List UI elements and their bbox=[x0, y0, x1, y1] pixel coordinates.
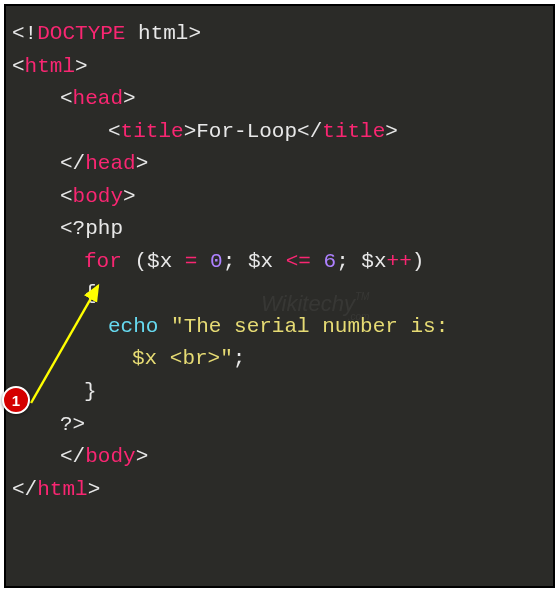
code-line: for ($x = 0; $x <= 6; $x++) bbox=[12, 246, 547, 279]
bracket: < bbox=[108, 120, 121, 143]
badge-number: 1 bbox=[12, 392, 20, 409]
bracket: </ bbox=[12, 478, 37, 501]
bracket: > bbox=[385, 120, 398, 143]
string: "The serial number is: bbox=[158, 315, 448, 338]
paren: ( bbox=[134, 250, 147, 273]
semicolon: ; bbox=[223, 250, 248, 273]
bracket: > bbox=[136, 152, 149, 175]
bracket: </ bbox=[297, 120, 322, 143]
space bbox=[122, 250, 135, 273]
paren: ) bbox=[412, 250, 425, 273]
code-line: <body> bbox=[12, 181, 547, 214]
operator: = bbox=[172, 250, 210, 273]
bracket: > bbox=[75, 55, 88, 78]
variable: $x bbox=[248, 250, 273, 273]
variable: $x bbox=[147, 250, 172, 273]
php-close: ?> bbox=[60, 413, 85, 436]
title-text: For-Loop bbox=[196, 120, 297, 143]
semicolon: ; bbox=[336, 250, 361, 273]
operator: <= bbox=[273, 250, 323, 273]
head-tag: head bbox=[73, 87, 123, 110]
code-line: { bbox=[12, 278, 547, 311]
code-line: ?> bbox=[12, 409, 547, 442]
html-close-tag: html bbox=[37, 478, 87, 501]
bracket: </ bbox=[60, 445, 85, 468]
code-block: <!DOCTYPE html> <html> <head> <title>For… bbox=[12, 18, 547, 506]
body-close-tag: body bbox=[85, 445, 135, 468]
php-open: <?php bbox=[60, 217, 123, 240]
brace: { bbox=[84, 282, 97, 305]
code-line: <head> bbox=[12, 83, 547, 116]
code-line: </head> bbox=[12, 148, 547, 181]
title-tag: title bbox=[121, 120, 184, 143]
annotation-badge: 1 bbox=[2, 386, 30, 414]
head-close-tag: head bbox=[85, 152, 135, 175]
bracket: > bbox=[136, 445, 149, 468]
html-tag: html bbox=[25, 55, 75, 78]
bracket: > bbox=[123, 185, 136, 208]
bracket: > bbox=[184, 120, 197, 143]
code-screenshot-frame: <!DOCTYPE html> <html> <head> <title>For… bbox=[4, 4, 555, 588]
bracket: > bbox=[188, 22, 201, 45]
number: 0 bbox=[210, 250, 223, 273]
code-line: <!DOCTYPE html> bbox=[12, 18, 547, 51]
doctype-text: html bbox=[125, 22, 188, 45]
bracket: <! bbox=[12, 22, 37, 45]
bracket: > bbox=[123, 87, 136, 110]
variable: $x bbox=[361, 250, 386, 273]
number: 6 bbox=[324, 250, 337, 273]
code-line: <?php bbox=[12, 213, 547, 246]
bracket: < bbox=[60, 185, 73, 208]
doctype-keyword: DOCTYPE bbox=[37, 22, 125, 45]
bracket: < bbox=[12, 55, 25, 78]
semicolon: ; bbox=[233, 347, 246, 370]
code-line: } bbox=[12, 376, 547, 409]
bracket: > bbox=[88, 478, 101, 501]
code-line: <title>For-Loop</title> bbox=[12, 116, 547, 149]
code-line: $x <br>"; bbox=[12, 343, 547, 376]
brace: } bbox=[84, 380, 97, 403]
title-close-tag: title bbox=[322, 120, 385, 143]
string: $x <br>" bbox=[132, 347, 233, 370]
for-keyword: for bbox=[84, 250, 122, 273]
body-tag: body bbox=[73, 185, 123, 208]
code-line: <html> bbox=[12, 51, 547, 84]
code-line: echo "The serial number is: bbox=[12, 311, 547, 344]
echo-keyword: echo bbox=[108, 315, 158, 338]
bracket: < bbox=[60, 87, 73, 110]
code-line: </html> bbox=[12, 474, 547, 507]
operator: ++ bbox=[387, 250, 412, 273]
code-line: </body> bbox=[12, 441, 547, 474]
bracket: </ bbox=[60, 152, 85, 175]
